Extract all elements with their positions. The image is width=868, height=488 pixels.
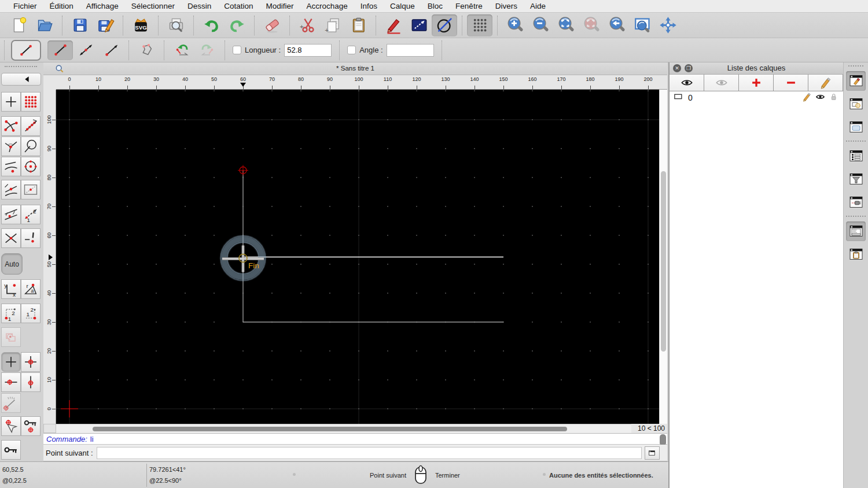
selection-tool-button[interactable] bbox=[1, 327, 21, 347]
menu-dessin[interactable]: Dessin bbox=[181, 2, 218, 10]
coords-cartesian-button[interactable]: yx bbox=[1, 279, 21, 299]
menu-calque[interactable]: Calque bbox=[384, 2, 421, 10]
menu-fenetre[interactable]: Fenêtre bbox=[449, 2, 489, 10]
restrict-orthogonal-button[interactable] bbox=[21, 352, 41, 372]
vertical-scrollbar[interactable] bbox=[659, 90, 667, 424]
menu-modifier[interactable]: Modifier bbox=[259, 2, 300, 10]
menu-infos[interactable]: Infos bbox=[354, 2, 384, 10]
delete-button[interactable] bbox=[259, 14, 285, 36]
snap-distance-button[interactable] bbox=[21, 136, 41, 156]
horizontal-scrollbar-thumb[interactable] bbox=[93, 427, 567, 431]
new-file-button[interactable] bbox=[6, 14, 32, 36]
restrict-nothing-button[interactable] bbox=[1, 352, 21, 372]
vertical-scrollbar-thumb[interactable] bbox=[661, 171, 666, 352]
line-ray-button[interactable] bbox=[98, 40, 124, 60]
line-angle-button[interactable] bbox=[73, 40, 98, 60]
zoom-window-button[interactable] bbox=[630, 14, 655, 36]
dock-filter-button[interactable] bbox=[846, 169, 866, 189]
draw-mode-button[interactable] bbox=[432, 14, 457, 36]
angle-meter-button[interactable] bbox=[1, 393, 21, 413]
snap-intersection-manual-button[interactable] bbox=[21, 228, 41, 248]
menu-selectionner[interactable]: Sélectionner bbox=[125, 2, 181, 10]
snap-grid-button[interactable] bbox=[21, 92, 41, 112]
menu-affichage[interactable]: Affichage bbox=[80, 2, 125, 10]
pen-button[interactable] bbox=[381, 14, 406, 36]
attributes-button[interactable] bbox=[406, 14, 432, 36]
snap-on-entity-button[interactable] bbox=[21, 116, 41, 136]
zoom-auto-button[interactable] bbox=[553, 14, 579, 36]
dock-library-browser-button[interactable] bbox=[846, 117, 866, 137]
save-button[interactable] bbox=[67, 14, 93, 36]
toggle-command-widget-button[interactable] bbox=[645, 446, 660, 460]
layer-visible-icon[interactable] bbox=[815, 92, 825, 104]
length-checkbox[interactable] bbox=[233, 46, 241, 54]
line-two-points-button[interactable] bbox=[47, 40, 73, 60]
edit-layer-button[interactable] bbox=[808, 75, 843, 91]
grid-toggle-button[interactable] bbox=[467, 14, 492, 36]
undock-icon[interactable]: ❐ bbox=[685, 64, 693, 72]
length-input[interactable] bbox=[284, 44, 332, 57]
command-scrollbar-thumb[interactable] bbox=[660, 434, 666, 446]
angle-checkbox[interactable] bbox=[347, 46, 356, 54]
lock-relative-zero-button[interactable] bbox=[21, 416, 41, 436]
drawing-canvas[interactable]: Fin bbox=[56, 90, 659, 424]
snap-auto-button[interactable]: Auto bbox=[1, 253, 23, 275]
snap-intersection-button[interactable] bbox=[1, 228, 21, 248]
cut-button[interactable]: + bbox=[295, 14, 320, 36]
copy-button[interactable]: + bbox=[320, 14, 345, 36]
command-line[interactable]: Commande:li bbox=[43, 433, 667, 445]
snap-perpendicular-button[interactable] bbox=[1, 136, 21, 156]
add-layer-button[interactable] bbox=[739, 75, 774, 91]
dock-command-button[interactable] bbox=[846, 221, 866, 241]
dock-layer-list-button[interactable] bbox=[846, 71, 866, 91]
undo-button[interactable] bbox=[198, 14, 224, 36]
save-as-button[interactable] bbox=[93, 14, 118, 36]
menu-bloc[interactable]: Bloc bbox=[421, 2, 449, 10]
zoom-previous-button[interactable] bbox=[604, 14, 630, 36]
zoom-selected-button[interactable] bbox=[579, 14, 604, 36]
dock-plugin-button[interactable] bbox=[846, 193, 866, 212]
snap-free-button[interactable] bbox=[1, 92, 21, 112]
paste-button[interactable] bbox=[345, 14, 371, 36]
zoom-in-button[interactable] bbox=[502, 14, 528, 36]
set-relative-zero-button[interactable] bbox=[1, 416, 21, 436]
dock-clipboard-button[interactable] bbox=[846, 245, 866, 264]
angle-input[interactable] bbox=[387, 44, 434, 57]
restrict-horizontal-button[interactable] bbox=[1, 372, 21, 392]
menu-fichier[interactable]: Fichier bbox=[7, 2, 43, 10]
layer-row[interactable]: 0 bbox=[670, 91, 843, 104]
export-svg-button[interactable]: SVG bbox=[128, 14, 153, 36]
lock-button[interactable] bbox=[1, 440, 21, 460]
coords-polar-button[interactable]: ra bbox=[21, 279, 41, 299]
menu-edition[interactable]: Édition bbox=[43, 2, 80, 10]
close-icon[interactable]: ✕ bbox=[673, 64, 681, 72]
rel-point-a-button[interactable]: 12 bbox=[1, 304, 21, 323]
prompt-input[interactable] bbox=[97, 447, 642, 459]
snap-middle-button[interactable] bbox=[1, 180, 21, 199]
snap-divide-button[interactable]: 12 bbox=[21, 205, 41, 224]
restrict-parallel-button[interactable] bbox=[1, 205, 21, 224]
restrict-vertical-button[interactable] bbox=[21, 372, 41, 392]
snap-endpoint-button[interactable] bbox=[1, 116, 21, 136]
menu-accrochage[interactable]: Accrochage bbox=[300, 2, 354, 10]
rel-point-b-button[interactable]: 12 bbox=[21, 304, 41, 323]
menu-aide[interactable]: Aide bbox=[524, 2, 552, 10]
redo-sequence-button[interactable] bbox=[194, 40, 220, 60]
menu-back-button[interactable] bbox=[1, 73, 41, 86]
edit-layer-icon[interactable] bbox=[802, 92, 812, 104]
open-file-button[interactable] bbox=[32, 14, 57, 36]
menu-divers[interactable]: Divers bbox=[489, 2, 524, 10]
remove-layer-button[interactable] bbox=[774, 75, 808, 91]
polyline-button[interactable] bbox=[134, 40, 159, 60]
snap-tangent-button[interactable] bbox=[1, 157, 21, 176]
dock-entity-list-button[interactable] bbox=[846, 146, 866, 166]
redo-button[interactable] bbox=[224, 14, 249, 36]
hide-all-layers-button[interactable] bbox=[704, 75, 739, 91]
horizontal-scrollbar[interactable] bbox=[56, 424, 631, 433]
snap-reference-button[interactable] bbox=[21, 180, 41, 199]
dock-block-list-button[interactable] bbox=[846, 94, 866, 114]
undo-sequence-button[interactable] bbox=[169, 40, 194, 60]
drawing-view[interactable]: Fin bbox=[56, 90, 659, 424]
show-all-layers-button[interactable] bbox=[670, 75, 704, 91]
layer-lock-icon[interactable] bbox=[829, 92, 838, 104]
